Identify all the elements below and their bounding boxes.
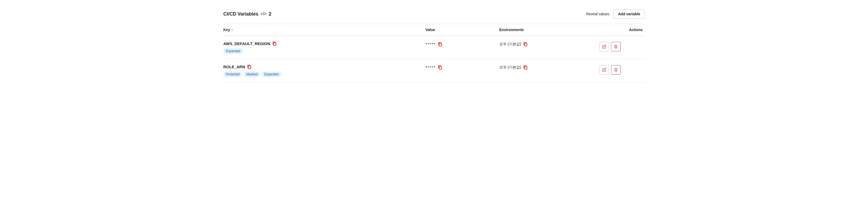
row-2-value-cell: ***** (424, 65, 497, 70)
column-header-key: Key ↑ (223, 28, 424, 32)
variable-count: 2 (269, 11, 271, 17)
row-1-copy-value-icon[interactable] (438, 42, 442, 46)
badge-expanded: Expanded (223, 48, 243, 54)
row-1-key-cell: AWS_DEFAULT_REGION Expanded (223, 41, 424, 54)
row-2-badges: Protected Masked Expanded (223, 72, 421, 77)
column-header-value: Value (424, 28, 497, 32)
row-2-env-cell: 모두 (기본값) (497, 65, 597, 70)
row-1-badges: Expanded (223, 48, 421, 54)
row-1-delete-button[interactable]: path { fill: none; stroke: #e84343; stro… (611, 42, 621, 52)
page-header: CI/CD Variables </> 2 Reveal values Add … (223, 5, 645, 24)
badge-masked: Masked (244, 72, 260, 77)
add-variable-button[interactable]: Add variable (614, 9, 645, 19)
badge-protected: Protected (223, 72, 242, 77)
page-title: CI/CD Variables (223, 11, 258, 17)
column-header-environments: Environments (497, 28, 597, 32)
row-2-delete-button[interactable]: path { fill: none; stroke: #e84343; stro… (611, 65, 621, 74)
variables-table: Key ↑ Value Environments Actions AWS_DEF… (223, 24, 645, 82)
row-2-actions-cell: path { fill: none; stroke: #e84343; stro… (597, 65, 645, 74)
row-2-key-name: ROLE_ARN (223, 65, 421, 69)
title-icon: </> (260, 11, 267, 16)
badge-expanded: Expanded (262, 72, 281, 77)
row-1-env-cell: 모두 (기본값) (497, 41, 597, 47)
row-1-key-name: AWS_DEFAULT_REGION (223, 41, 421, 46)
table-row: ROLE_ARN Protected Masked Expanded ***** (223, 59, 645, 82)
row-2-copy-value-icon[interactable] (438, 65, 442, 70)
row-1-value-cell: ***** (424, 41, 497, 46)
column-header-actions: Actions (597, 28, 645, 32)
header-actions: Reveal values Add variable (586, 9, 645, 19)
row-2-key-cell: ROLE_ARN Protected Masked Expanded (223, 65, 424, 77)
row-2-copy-key-icon[interactable] (247, 65, 251, 69)
row-2-edit-button[interactable] (599, 65, 609, 74)
page-title-group: CI/CD Variables </> 2 (223, 11, 271, 17)
table-header: Key ↑ Value Environments Actions (223, 24, 645, 36)
row-1-copy-env-icon[interactable] (523, 42, 528, 46)
row-1-actions-cell: path { fill: none; stroke: #e84343; stro… (597, 41, 645, 52)
reveal-values-button[interactable]: Reveal values (586, 12, 610, 16)
table-row: AWS_DEFAULT_REGION Expanded ***** (223, 36, 645, 59)
row-1-copy-key-icon[interactable] (273, 42, 277, 46)
row-1-edit-button[interactable] (599, 42, 609, 52)
row-2-copy-env-icon[interactable] (523, 65, 528, 70)
